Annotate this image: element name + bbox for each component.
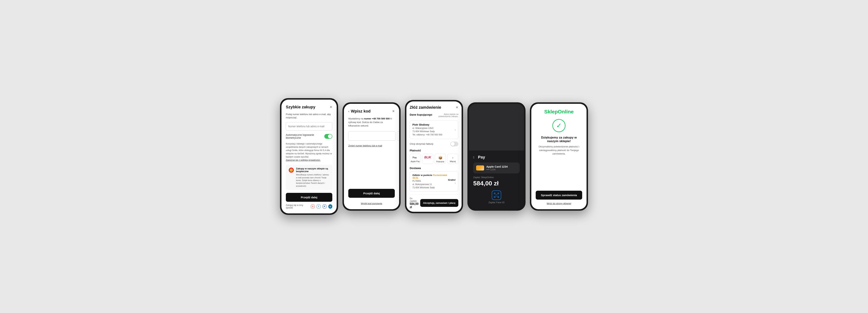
close-button-1[interactable]: ✕ bbox=[330, 106, 332, 109]
google-icon[interactable]: G bbox=[311, 204, 315, 209]
total-label: Do zapłaty: bbox=[410, 197, 420, 202]
applepay-title: Pay bbox=[478, 155, 485, 160]
delivery-header: Dostawa bbox=[410, 167, 458, 170]
linkedin-icon[interactable]: in bbox=[328, 204, 332, 209]
biometric-row: Automatyczne logowanie biometryczne bbox=[286, 134, 332, 139]
pay-amount: 584,00 zł bbox=[473, 180, 520, 187]
phone-screen-3: Złóż zamówienie ✕ Dane kupującego Adres … bbox=[406, 102, 462, 212]
invoice-row: Chcę otrzymać fakturę bbox=[410, 142, 458, 146]
back-home-link[interactable]: Wróć do strony głównej bbox=[536, 202, 582, 205]
proceed-button-1[interactable]: Przejdź dalej bbox=[286, 193, 332, 202]
order-button[interactable]: Akceptuję, zamawiam i płacę bbox=[420, 199, 458, 207]
change-phone-link[interactable]: Zmień numer telefonu lub e-mail bbox=[348, 144, 395, 147]
paypal-icon[interactable]: P bbox=[322, 204, 327, 209]
applepay-icon: Pay bbox=[410, 156, 420, 160]
close-button-3[interactable]: ✕ bbox=[456, 106, 458, 109]
s5-logo: SklepOnline bbox=[536, 109, 582, 115]
phone-email-input[interactable] bbox=[286, 122, 332, 131]
secure-text: Zakupy w naszym sklepie są bezpieczne We… bbox=[296, 167, 330, 188]
code-subtitle: Wysłaliśmy na numer +48 700 500 500 6-cy… bbox=[348, 117, 395, 127]
secure-desc: Weryfikacja numeru telefonu i adresu e-m… bbox=[296, 173, 330, 188]
svg-text:😊: 😊 bbox=[289, 169, 293, 172]
svg-rect-5 bbox=[494, 193, 495, 194]
card-info: Apple Card 1234 •••• 1234 bbox=[486, 165, 508, 171]
modal-2-header: ‹ Wpisz kod ✕ bbox=[348, 109, 395, 114]
pay-merchant: Zapłać SklepOnline bbox=[473, 176, 520, 179]
invoice-toggle[interactable] bbox=[451, 142, 458, 146]
card-number: •••• 1234 bbox=[486, 168, 508, 171]
modal-3: Złóż zamówienie ✕ Dane kupującego Adres … bbox=[406, 102, 462, 212]
social-login-row: Zaloguj się w inny sposób G f P in bbox=[286, 204, 332, 209]
card-row[interactable]: Apple Card 1234 •••• 1234 bbox=[473, 163, 520, 173]
transfer-icon: 📦 bbox=[436, 156, 445, 160]
transfer-btn[interactable]: 📦 Pobranie bbox=[435, 154, 446, 164]
phone-screen-5: SklepOnline ✓ Dziękujemy za zakupy w nas… bbox=[531, 104, 587, 209]
delivery-id: PL70001 bbox=[412, 179, 447, 183]
buyer-address: ul. Wakacyjowa 12b/2 bbox=[412, 126, 442, 130]
modal-3-title: Złóż zamówienie bbox=[410, 105, 441, 110]
modal-1: Szybkie zakupy ✕ Podaj numer telefonu lu… bbox=[281, 99, 337, 214]
back-button-2[interactable]: ‹ bbox=[348, 109, 349, 113]
phone-frame-3: Złóż zamówienie ✕ Dane kupującego Adres … bbox=[405, 100, 463, 213]
delivery-point: Odbiór w punkcie Poniedziałek 30.01 bbox=[412, 174, 447, 179]
applepay-logo:  Pay bbox=[473, 155, 520, 160]
buyer-city: 71-004 Wiśniowe Sady bbox=[412, 130, 442, 133]
invoice-label: Chcę otrzymać fakturę bbox=[410, 143, 433, 145]
modal-2-header-left: ‹ Wpisz kod bbox=[348, 109, 371, 114]
resend-link[interactable]: Wyślij kod ponownie bbox=[348, 202, 395, 205]
biometric-label: Automatyczne logowanie biometryczne bbox=[286, 134, 324, 139]
address-info: Piotr Słodowy ul. Wakacyjowa 12b/2 71-00… bbox=[412, 123, 442, 136]
delivery-chevron-icon: › bbox=[455, 181, 456, 184]
faceid-icon bbox=[492, 191, 501, 200]
svg-rect-8 bbox=[498, 197, 499, 198]
svg-point-9 bbox=[496, 195, 496, 195]
logo-part2: Online bbox=[558, 109, 574, 115]
blik-label: BLIK bbox=[423, 156, 432, 159]
modal-2-title: Wpisz kod bbox=[351, 109, 371, 114]
address-card[interactable]: Piotr Słodowy ul. Wakacyjowa 12b/2 71-00… bbox=[410, 120, 458, 139]
chevron-right-icon: › bbox=[455, 128, 456, 132]
blik-btn[interactable]: BLIK bbox=[422, 154, 433, 164]
delivery-card[interactable]: Odbiór w punkcie Poniedziałek 30.01 PL70… bbox=[410, 171, 458, 192]
phone-screen-4:  Pay Apple Card 1234 •••• 1234 Zapłać S… bbox=[469, 104, 524, 209]
modal-1-header: Szybkie zakupy ✕ bbox=[286, 105, 332, 109]
modal-2: ‹ Wpisz kod ✕ Wysłaliśmy na numer +48 70… bbox=[344, 104, 399, 209]
facebook-icon[interactable]: f bbox=[316, 204, 320, 209]
code-phone: numer +48 700 500 500 bbox=[364, 117, 390, 120]
phone-screen-2: ‹ Wpisz kod ✕ Wysłaliśmy na numer +48 70… bbox=[344, 104, 399, 209]
delivery-free: Gratis! bbox=[448, 178, 456, 181]
delivery-city: 71-004 Wiśniowe Sady bbox=[412, 186, 447, 189]
s5-desc: Otrzymaliśmy potwierdzenie płatności i z… bbox=[536, 145, 582, 155]
privacy-link[interactable]: Zapoznaj się z polityką prywatności. bbox=[286, 159, 320, 162]
delivery-free-container: Gratis! › bbox=[447, 178, 456, 185]
close-button-2[interactable]: ✕ bbox=[392, 110, 395, 113]
faceid-label: Zapłać Face ID bbox=[489, 201, 504, 204]
success-circle: ✓ bbox=[552, 119, 565, 132]
modal-1-title: Szybkie zakupy bbox=[286, 105, 315, 109]
code-digit-1[interactable] bbox=[348, 131, 396, 141]
logo-text: SklepOnline bbox=[536, 109, 582, 115]
check-status-button[interactable]: Sprawdź status zamówienia bbox=[536, 191, 582, 200]
applepay-btn[interactable]: Pay Apple Pay bbox=[410, 154, 421, 164]
shield-icon: 😊 bbox=[288, 167, 294, 174]
secure-title: Zakupy w naszym sklepie są bezpieczne bbox=[296, 167, 330, 173]
more-btn[interactable]: › Więcej bbox=[447, 154, 458, 164]
buyer-section-header: Dane kupującego Adres będzie na potwierd… bbox=[410, 113, 458, 118]
proceed-button-2[interactable]: Przejdź dalej bbox=[348, 189, 395, 198]
modal-3-header: Złóż zamówienie ✕ bbox=[410, 105, 458, 110]
biometric-toggle[interactable] bbox=[324, 134, 332, 139]
phone-frame-5: SklepOnline ✓ Dziękujemy za zakupy w nas… bbox=[530, 102, 588, 211]
total-amount: 584,00 zł bbox=[410, 202, 420, 209]
buyer-name: Piotr Słodowy bbox=[412, 123, 442, 126]
svg-point-10 bbox=[497, 195, 498, 195]
social-login-label: Zaloguj się w inny sposób bbox=[286, 204, 309, 209]
faceid-button[interactable]: Zapłać Face ID bbox=[473, 191, 520, 204]
code-digit-2[interactable] bbox=[397, 131, 399, 141]
applepay-sheet:  Pay Apple Card 1234 •••• 1234 Zapłać S… bbox=[469, 150, 524, 209]
code-inputs bbox=[348, 131, 395, 141]
s5-title: Dziękujemy za zakupy w naszym sklepie! bbox=[536, 136, 582, 143]
delivery-address: ul. Bukszpanowa 11 bbox=[412, 183, 447, 186]
more-label: Więcej bbox=[450, 160, 456, 163]
payment-methods: Pay Apple Pay BLIK 📦 Pobranie › Więcej bbox=[410, 154, 458, 164]
card-name: Apple Card 1234 bbox=[486, 165, 508, 168]
